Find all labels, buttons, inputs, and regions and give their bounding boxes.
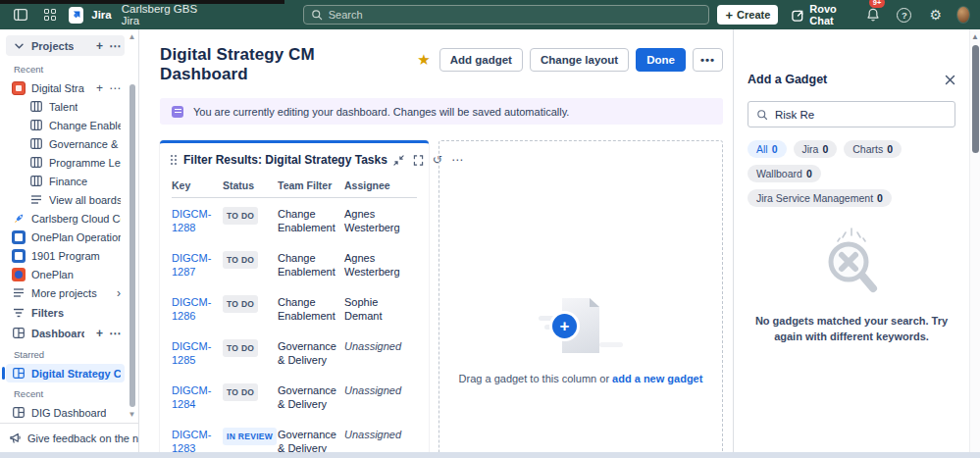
table-row: DIGCM-1284 TO DO Governance & Delivery U… — [172, 375, 417, 419]
team-filter-cell: Governance & Delivery — [278, 383, 342, 411]
star-icon[interactable]: ★ — [417, 51, 430, 69]
jira-logo-icon[interactable] — [69, 7, 83, 24]
sidebar-item-view-all-dashboards[interactable]: View all dashboards — [6, 422, 125, 423]
scroll-down-icon[interactable]: ▼ — [128, 411, 136, 419]
status-badge: TO DO — [223, 207, 258, 225]
product-name: Jira — [91, 9, 111, 21]
issue-key-link[interactable]: DIGCM-1286 — [172, 295, 221, 323]
sidebar-item-more-projects[interactable]: More projects › — [6, 283, 125, 302]
horizontal-scrollbar-strip[interactable] — [0, 452, 980, 458]
list-icon — [12, 286, 26, 300]
filter-chip-charts[interactable]: Charts0 — [844, 140, 902, 158]
sidebar-item-governance-delivery[interactable]: Governance & Deli... — [6, 134, 125, 153]
sidebar-item-digital-strat[interactable]: Digital Strat... + ⋯ — [6, 78, 125, 97]
done-button[interactable]: Done — [636, 48, 686, 72]
search-icon — [756, 109, 768, 121]
add-gadget-panel: Add a Gadget All0 Jira0 Charts0 Wallboar… — [733, 29, 969, 452]
scrollbar-thumb[interactable] — [972, 45, 979, 153]
close-icon[interactable] — [945, 75, 955, 85]
add-new-gadget-link[interactable]: add a new gadget — [612, 373, 702, 384]
collapse-icon[interactable] — [393, 155, 404, 166]
page-scrollbar[interactable]: ▲ — [969, 29, 980, 452]
issue-key-link[interactable]: DIGCM-1288 — [172, 207, 221, 234]
table-row: DIGCM-1287 TO DO Change Enablement Agnes… — [172, 242, 417, 286]
plus-icon: + — [725, 8, 733, 23]
scroll-up-icon[interactable]: ▲ — [128, 33, 136, 41]
gadget-search-box[interactable] — [748, 101, 955, 127]
sidebar-item-finance[interactable]: Finance — [6, 172, 125, 190]
sidebar-item-dig-dashboard[interactable]: DIG Dashboard — [6, 403, 125, 422]
rovo-chat-button[interactable]: Rovo Chat — [786, 1, 852, 28]
issue-key-link[interactable]: DIGCM-1287 — [172, 251, 221, 279]
settings-button[interactable]: ⚙ — [925, 4, 947, 25]
add-gadget-button[interactable]: Add gadget — [439, 48, 523, 72]
sidebar-item-change-enablement[interactable]: Change Enablement — [6, 116, 125, 134]
add-dashboard-icon[interactable]: + — [96, 328, 103, 339]
drag-handle-icon[interactable] — [170, 154, 178, 166]
notifications-button[interactable]: 9+ — [862, 4, 884, 25]
assignee-cell: Agnes Westerberg — [344, 251, 417, 279]
sidebar-item-carlsberg-cloud[interactable]: Carlsberg Cloud Cent... — [6, 209, 125, 228]
dropzone-text: Drag a gadget to this column or — [459, 373, 613, 384]
sidebar-item-view-all-boards[interactable]: View all boards — [6, 190, 125, 209]
plus-circle-icon: + — [552, 314, 577, 338]
filter-chip-jsm[interactable]: Jira Service Management0 — [748, 189, 892, 207]
add-gadget-illustration: + — [539, 298, 623, 359]
table-header: Key Status Team Filter Assignee — [172, 175, 417, 198]
add-project-icon[interactable]: + — [96, 40, 103, 52]
sidebar-item-digital-strategy-cm-dashboard[interactable]: Digital Strategy CM ... — [6, 364, 125, 382]
create-button[interactable]: + Create — [717, 5, 778, 25]
team-filter-cell: Governance & Delivery — [278, 339, 342, 367]
sidebar-scrollbar[interactable]: ▲ ▼ — [128, 33, 136, 419]
user-avatar[interactable] — [956, 6, 970, 24]
issue-key-link[interactable]: DIGCM-1284 — [172, 383, 221, 411]
filter-chip-all[interactable]: All0 — [748, 140, 787, 158]
scrollbar-thumb[interactable] — [129, 84, 135, 407]
filter-chip-wallboard[interactable]: Wallboard0 — [748, 165, 821, 182]
expand-icon[interactable] — [413, 155, 424, 166]
chevron-down-icon — [12, 39, 26, 53]
more-actions-button[interactable]: ••• — [693, 48, 723, 72]
issue-key-link[interactable]: DIGCM-1285 — [172, 339, 221, 367]
project-icon — [12, 249, 26, 263]
gadget-search-input[interactable] — [775, 109, 947, 121]
sidebar-item-programme-leadership[interactable]: Programme Leader... — [6, 153, 125, 172]
gadget-drop-zone[interactable]: + Drag a gadget to this column or add a … — [438, 140, 723, 452]
sidebar-projects-header[interactable]: Projects + ⋯ — [6, 35, 125, 56]
status-badge: TO DO — [223, 295, 258, 313]
filter-chip-jira[interactable]: Jira0 — [794, 140, 838, 158]
browser-edge-strip — [0, 0, 284, 4]
status-badge: TO DO — [223, 339, 258, 357]
project-icon — [12, 81, 26, 95]
sidebar-item-oneplan[interactable]: OnePlan — [6, 265, 125, 283]
app-switcher-icon[interactable] — [39, 4, 61, 25]
search-input[interactable] — [329, 9, 702, 21]
projects-more-icon[interactable]: ⋯ — [109, 40, 121, 52]
dashboard-icon — [12, 406, 26, 420]
table-row: DIGCM-1285 TO DO Governance & Delivery U… — [172, 331, 417, 375]
gear-icon: ⚙ — [930, 7, 943, 23]
dashboards-more-icon[interactable]: ⋯ — [109, 328, 121, 339]
no-results-text: No gadgets matched your search. Try agai… — [753, 313, 950, 344]
sidebar-item-filters[interactable]: Filters — [6, 302, 125, 323]
jira-dashboard-app: Jira Carlsberg GBS Jira + Create Rovo Ch… — [0, 0, 980, 458]
dashboard-main: Digital Strategy CM Dashboard ★ Add gadg… — [139, 29, 733, 452]
scroll-up-icon[interactable]: ▲ — [970, 29, 980, 42]
sidebar-dashboards-header[interactable]: Dashboards + ⋯ — [6, 323, 125, 343]
project-more-icon[interactable]: ⋯ — [109, 82, 121, 94]
change-layout-button[interactable]: Change layout — [530, 48, 629, 72]
issue-key-link[interactable]: DIGCM-1283 — [172, 428, 221, 452]
add-board-icon[interactable]: + — [96, 82, 103, 94]
sidebar-item-oneplan-operations[interactable]: OnePlan Operations — [6, 228, 125, 246]
sidebar-item-1901-program[interactable]: 1901 Program — [6, 246, 125, 265]
board-icon — [29, 119, 43, 132]
editing-banner: You are currently editing your dashboard… — [160, 98, 723, 125]
help-button[interactable]: ? — [894, 4, 915, 25]
sidebar-item-talent[interactable]: Talent — [6, 97, 125, 116]
give-feedback-button[interactable]: Give feedback on the ne... — [0, 423, 138, 452]
global-search[interactable] — [303, 5, 710, 25]
chevron-right-icon: › — [117, 287, 121, 299]
board-icon — [29, 100, 43, 114]
sidebar-toggle-icon[interactable] — [10, 4, 31, 25]
table-row: DIGCM-1288 TO DO Change Enablement Agnes… — [172, 198, 417, 242]
